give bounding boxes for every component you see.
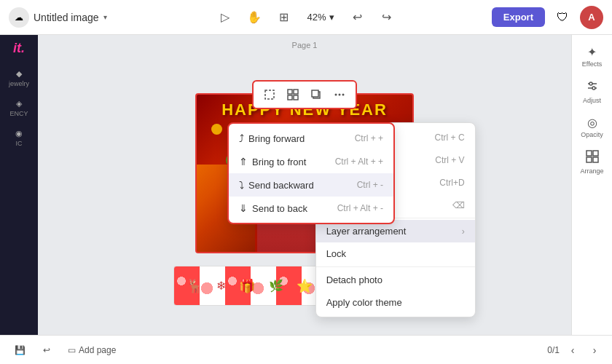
- undo-button[interactable]: ↩: [346, 6, 369, 29]
- context-sub-bring-forward[interactable]: ⤴ Bring forward Ctrl + +: [229, 127, 393, 150]
- svg-point-13: [592, 87, 595, 90]
- file-title: Untitled image: [34, 12, 99, 23]
- zoom-button[interactable]: 42% ▾: [301, 9, 340, 25]
- bring-to-front-icon: ⇑: [239, 156, 248, 167]
- context-menu-lock[interactable]: Lock: [316, 242, 475, 265]
- opacity-icon: ◎: [587, 116, 597, 130]
- send-to-back-icon: ⇓: [239, 202, 248, 214]
- svg-rect-17: [593, 157, 598, 162]
- bottom-bar-left: 💾 ↩ ▭ Add page: [9, 342, 541, 358]
- svg-rect-16: [586, 157, 592, 162]
- svg-rect-6: [312, 90, 318, 97]
- svg-point-11: [589, 82, 592, 85]
- add-page-icon: ▭: [68, 345, 76, 355]
- brand-text: it.: [13, 41, 25, 56]
- main-layout: it. ◆ jewelry ◈ ENCY ◉ IC Page 1: [0, 35, 612, 335]
- context-menu-sub-layer: ⤴ Bring forward Ctrl + + ⇑ Bring to fron…: [227, 122, 395, 224]
- context-menu-detach-photo[interactable]: Detach photo: [316, 269, 475, 291]
- context-sub-send-to-back[interactable]: ⇓ Send to back Ctrl + Alt + -: [229, 197, 393, 220]
- undo-icon: ↩: [43, 345, 50, 355]
- svg-point-8: [339, 94, 341, 96]
- arrange-icon: [586, 150, 599, 166]
- jewelry-icon: ◆: [16, 69, 22, 79]
- export-button[interactable]: Export: [492, 7, 545, 27]
- svg-rect-15: [593, 151, 598, 156]
- grid-tool-button[interactable]: ⊞: [272, 6, 295, 29]
- topbar-left: ☁ Untitled image ▾: [9, 7, 208, 28]
- svg-point-7: [335, 94, 337, 96]
- float-grid-btn[interactable]: [283, 84, 303, 105]
- bottom-bar: 💾 ↩ ▭ Add page 0/1 ‹ ›: [0, 335, 612, 364]
- topbar: ☁ Untitled image ▾ ▷ ✋ ⊞ 42% ▾ ↩ ↪ Expor…: [0, 0, 612, 35]
- left-sidebar: it. ◆ jewelry ◈ ENCY ◉ IC: [0, 35, 38, 335]
- save-icon: 💾: [15, 345, 26, 355]
- next-page-button[interactable]: ›: [586, 341, 603, 359]
- topbar-center: ▷ ✋ ⊞ 42% ▾ ↩ ↪: [213, 6, 398, 29]
- brand-icon: ☁: [9, 7, 29, 28]
- canvas-area: Page 1 HAPPY NEW YEAR: [38, 35, 571, 335]
- redo-button[interactable]: ↪: [375, 6, 399, 29]
- bottom-bar-right: 0/1 ‹ ›: [547, 341, 603, 359]
- ic-icon: ◉: [15, 129, 23, 138]
- sidebar-item-ic[interactable]: ◉ IC: [3, 124, 35, 151]
- page-count: 0/1: [547, 345, 560, 355]
- svg-rect-3: [288, 95, 292, 100]
- chevron-down-icon[interactable]: ▾: [103, 13, 107, 21]
- hand-tool-button[interactable]: ✋: [243, 6, 266, 29]
- avatar: A: [580, 6, 603, 29]
- sidebar-item-jewelry[interactable]: ◆ jewelry: [3, 65, 35, 92]
- shield-icon[interactable]: 🛡: [551, 6, 574, 29]
- context-menu-divider-2: [316, 266, 475, 267]
- float-toolbar: [252, 80, 357, 109]
- bring-forward-icon: ⤴: [239, 132, 244, 144]
- svg-rect-1: [288, 90, 292, 94]
- float-select-btn[interactable]: [259, 84, 280, 105]
- float-more-btn[interactable]: [329, 84, 350, 105]
- sidebar-adjust[interactable]: Adjust: [575, 75, 610, 108]
- send-backward-icon: ⤵: [239, 179, 244, 191]
- context-sub-send-backward[interactable]: ⤵ Send backward Ctrl + -: [229, 173, 393, 197]
- svg-rect-4: [294, 95, 298, 100]
- prev-page-button[interactable]: ‹: [564, 341, 581, 359]
- page-label: Page 1: [292, 41, 318, 50]
- select-tool-button[interactable]: ▷: [213, 6, 237, 29]
- svg-rect-0: [265, 90, 274, 99]
- effects-icon: ✦: [587, 45, 597, 59]
- zoom-value: 42%: [307, 12, 326, 23]
- sidebar-item-ency[interactable]: ◈ ENCY: [3, 95, 35, 122]
- svg-rect-14: [586, 151, 592, 156]
- ency-icon: ◈: [16, 99, 22, 108]
- context-menu-apply-color-theme[interactable]: Apply color theme: [316, 291, 475, 314]
- topbar-right: Export 🛡 A: [404, 6, 603, 29]
- right-sidebar: ✦ Effects Adjust ◎ Opacity Arrange: [571, 35, 612, 335]
- sidebar-arrange[interactable]: Arrange: [575, 146, 610, 179]
- undo-history-button[interactable]: ↩: [37, 342, 56, 358]
- save-button[interactable]: 💾: [9, 342, 31, 358]
- adjust-icon: [586, 79, 599, 95]
- zoom-chevron-icon: ▾: [329, 12, 334, 23]
- svg-rect-2: [294, 90, 298, 94]
- add-page-button[interactable]: ▭ Add page: [62, 342, 122, 358]
- context-sub-bring-to-front[interactable]: ⇑ Bring to front Ctrl + Alt + +: [229, 150, 393, 173]
- svg-point-9: [342, 94, 345, 96]
- sidebar-effects[interactable]: ✦ Effects: [575, 41, 610, 72]
- float-copy-btn[interactable]: [306, 84, 326, 105]
- sidebar-opacity[interactable]: ◎ Opacity: [575, 111, 610, 143]
